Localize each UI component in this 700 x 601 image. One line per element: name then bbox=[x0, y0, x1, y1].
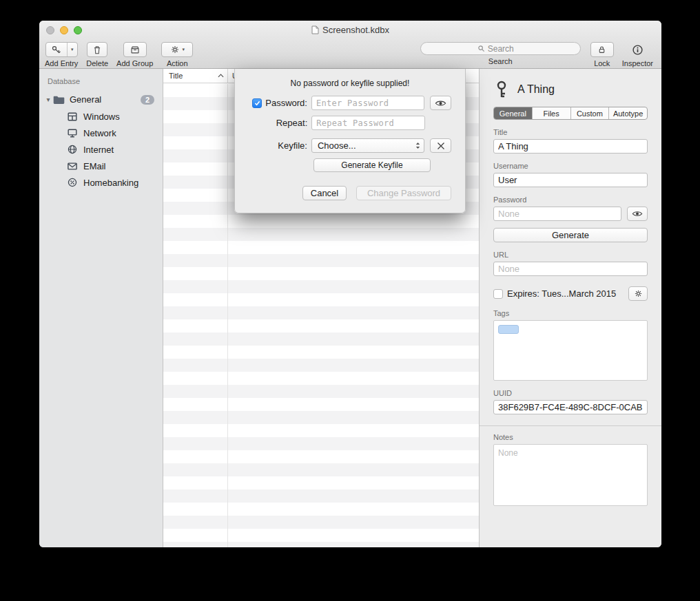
expires-row: Expires: Tues...March 2015 bbox=[493, 286, 648, 301]
cancel-button[interactable]: Cancel bbox=[302, 186, 347, 200]
dialog-password-row: Password: bbox=[249, 96, 451, 110]
change-password-dialog: No password or keyfile supplied! Passwor… bbox=[234, 69, 466, 213]
toolbar-item-action: ▾ Action bbox=[161, 42, 193, 67]
inspector-label: Inspector bbox=[622, 59, 653, 67]
key-icon bbox=[493, 81, 510, 98]
tags-field[interactable] bbox=[493, 320, 648, 381]
username-field-label: Username bbox=[493, 162, 648, 170]
expires-settings-button[interactable] bbox=[628, 286, 648, 301]
dialog-keyfile-row: Keyfile: Choose... bbox=[249, 138, 451, 153]
toolbar-item-inspector: Inspector bbox=[622, 42, 653, 67]
dialog-keyfile-label: Keyfile: bbox=[278, 140, 307, 151]
gear-icon bbox=[634, 289, 643, 298]
dialog-repeat-row: Repeat: bbox=[249, 116, 451, 130]
window-title: Screenshot.kdbx bbox=[322, 25, 389, 35]
username-field[interactable] bbox=[493, 173, 648, 187]
entry-count-badge: 2 bbox=[141, 95, 154, 105]
tab-label: Files bbox=[544, 109, 559, 118]
sidebar-item-email[interactable]: EMail bbox=[39, 158, 163, 174]
tab-files[interactable]: Files bbox=[533, 107, 571, 119]
traffic-lights bbox=[46, 26, 82, 34]
search-icon bbox=[477, 45, 485, 52]
search-label: Search bbox=[488, 57, 513, 65]
sidebar-item-homebanking[interactable]: Homebanking bbox=[39, 174, 163, 191]
add-entry-button[interactable]: ▾ bbox=[45, 42, 78, 57]
tab-custom[interactable]: Custom bbox=[571, 107, 610, 119]
macpass-window: Screenshot.kdbx ▾ Add Entry bbox=[39, 21, 661, 547]
toolbar: ▾ Add Entry Delete bbox=[39, 39, 661, 68]
uuid-field[interactable] bbox=[493, 400, 648, 414]
tab-autotype[interactable]: Autotype bbox=[609, 107, 647, 119]
sidebar-item-label: Homebanking bbox=[83, 178, 138, 188]
eye-icon bbox=[435, 99, 446, 107]
change-password-button[interactable]: Change Password bbox=[356, 186, 451, 200]
info-circle-icon bbox=[632, 44, 644, 56]
title-field[interactable] bbox=[493, 139, 648, 154]
sidebar-item-label: Windows bbox=[83, 112, 120, 122]
notes-section: Notes bbox=[480, 425, 661, 509]
disclosure-triangle-icon[interactable]: ▾ bbox=[43, 96, 53, 103]
minimize-button[interactable] bbox=[60, 26, 68, 34]
titlebar: Screenshot.kdbx bbox=[39, 21, 661, 39]
close-button[interactable] bbox=[46, 26, 54, 34]
uuid-field-label: UUID bbox=[493, 389, 648, 397]
dialog-password-input[interactable] bbox=[311, 96, 424, 110]
delete-button[interactable] bbox=[87, 42, 107, 57]
search-field[interactable] bbox=[420, 42, 581, 55]
sidebar-item-label: Internet bbox=[83, 145, 114, 155]
action-label: Action bbox=[167, 59, 188, 67]
toolbar-item-add-group: Add Group bbox=[116, 42, 153, 67]
inspector-tabs: General Files Custom Autotype bbox=[493, 107, 648, 120]
sidebar-item-network[interactable]: Network bbox=[39, 125, 163, 141]
table-column-divider bbox=[227, 84, 228, 547]
document-icon bbox=[311, 25, 319, 34]
toolbar-item-lock: Lock bbox=[590, 42, 614, 67]
tab-label: Autotype bbox=[613, 109, 643, 118]
notes-field[interactable] bbox=[493, 444, 648, 506]
password-checkbox[interactable] bbox=[252, 98, 262, 108]
dialog-message: No password or keyfile supplied! bbox=[235, 69, 465, 96]
generate-keyfile-button[interactable]: Generate Keyfile bbox=[313, 158, 431, 172]
generate-password-button[interactable]: Generate bbox=[493, 228, 648, 242]
chevron-down-icon: ▾ bbox=[183, 47, 185, 52]
desktop: Screenshot.kdbx ▾ Add Entry bbox=[0, 0, 700, 601]
action-button[interactable]: ▾ bbox=[161, 42, 193, 57]
internet-icon bbox=[67, 144, 78, 155]
tab-general[interactable]: General bbox=[494, 107, 533, 119]
lock-button[interactable] bbox=[590, 42, 614, 57]
clear-keyfile-button[interactable] bbox=[430, 138, 451, 153]
network-icon bbox=[67, 127, 78, 138]
search-input[interactable] bbox=[488, 44, 524, 54]
toolbar-item-delete: Delete bbox=[86, 42, 108, 67]
inspector-button[interactable] bbox=[632, 42, 644, 57]
inspector-panel: A Thing General Files Custom Autotype Ti… bbox=[479, 69, 661, 547]
url-field[interactable] bbox=[493, 262, 648, 276]
reveal-password-button[interactable] bbox=[627, 207, 648, 221]
toolbar-item-add-entry: ▾ Add Entry bbox=[45, 42, 78, 67]
dialog-actions: Cancel Change Password bbox=[249, 186, 451, 200]
x-icon bbox=[437, 142, 445, 150]
sidebar-item-label: EMail bbox=[83, 161, 106, 171]
zoom-button[interactable] bbox=[74, 26, 82, 34]
content-area: Database ▾ General 2 Windows bbox=[39, 69, 661, 547]
expires-checkbox[interactable] bbox=[493, 289, 503, 299]
window-chrome: Screenshot.kdbx ▾ Add Entry bbox=[39, 21, 661, 69]
tab-label: Custom bbox=[577, 109, 603, 118]
password-field[interactable] bbox=[493, 207, 621, 221]
window-title-wrap: Screenshot.kdbx bbox=[39, 21, 661, 39]
dialog-reveal-password-button[interactable] bbox=[430, 96, 451, 110]
toolbar-item-search: Search bbox=[420, 42, 581, 65]
sidebar: Database ▾ General 2 Windows bbox=[39, 69, 163, 547]
add-group-button[interactable] bbox=[123, 42, 147, 57]
email-icon bbox=[67, 160, 78, 171]
sidebar-item-internet[interactable]: Internet bbox=[39, 141, 163, 158]
keyfile-popup-button[interactable]: Choose... bbox=[311, 138, 424, 153]
sidebar-item-windows[interactable]: Windows bbox=[39, 108, 163, 125]
entry-title: A Thing bbox=[517, 83, 555, 96]
dialog-repeat-input[interactable] bbox=[311, 116, 425, 130]
eye-icon bbox=[632, 210, 643, 218]
add-group-label: Add Group bbox=[116, 59, 153, 67]
sidebar-item-general[interactable]: ▾ General 2 bbox=[39, 91, 163, 108]
column-header-title[interactable]: Title bbox=[163, 69, 227, 83]
tag-token[interactable] bbox=[498, 325, 519, 334]
